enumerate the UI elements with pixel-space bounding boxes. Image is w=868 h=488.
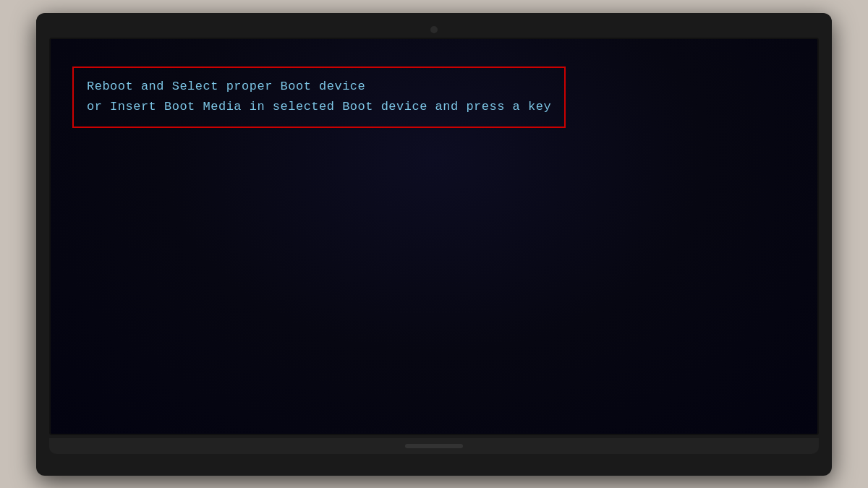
webcam-bar [49, 26, 819, 33]
webcam-dot [430, 26, 438, 33]
error-line-2: or Insert Boot Media in selected Boot de… [87, 97, 551, 118]
laptop-frame: Reboot and Select proper Boot device or … [36, 13, 832, 476]
error-line-1: Reboot and Select proper Boot device [87, 77, 551, 98]
screen: Reboot and Select proper Boot device or … [49, 38, 819, 435]
chin-notch [405, 444, 463, 448]
laptop-chin [49, 438, 819, 454]
screen-inner: Reboot and Select proper Boot device or … [51, 39, 817, 434]
error-message-box: Reboot and Select proper Boot device or … [72, 67, 566, 129]
